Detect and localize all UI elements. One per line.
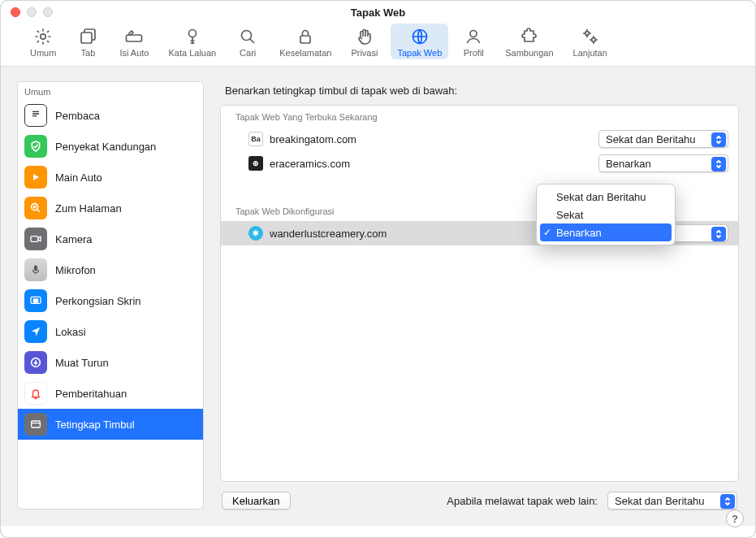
website-domain: breakingatom.com bbox=[270, 133, 598, 145]
tab-label: Lanjutan bbox=[573, 48, 607, 58]
permission-popup-button[interactable]: Sekat dan Beritahu bbox=[598, 130, 728, 148]
tab-label: Keselamatan bbox=[279, 48, 331, 58]
zoom-icon bbox=[24, 197, 47, 219]
sidebar-item-popups[interactable]: Tetingkap Timbul bbox=[18, 409, 203, 440]
popup-window-icon bbox=[24, 413, 47, 436]
shield-check-icon bbox=[24, 135, 47, 158]
play-icon bbox=[24, 166, 47, 189]
sidebar-section-header: Umum bbox=[18, 82, 203, 100]
search-icon bbox=[238, 27, 257, 46]
tab-passwords[interactable]: Kata Laluan bbox=[162, 24, 222, 59]
help-icon: ? bbox=[732, 513, 738, 525]
person-icon bbox=[464, 27, 483, 46]
sidebar-item-label: Pembaca bbox=[55, 110, 100, 122]
footer-bar: Keluarkan Apabila melawat tapak web lain… bbox=[220, 482, 739, 510]
tab-tabs[interactable]: Tab bbox=[69, 24, 106, 59]
bell-icon bbox=[24, 382, 47, 405]
menu-option-allow[interactable]: ✓ Benarkan bbox=[540, 223, 672, 241]
sidebar: Umum Pembaca Penyekat Kandungan Main Aut… bbox=[17, 81, 204, 510]
sidebar-item-page-zoom[interactable]: Zum Halaman bbox=[18, 193, 203, 223]
svg-point-0 bbox=[41, 34, 45, 39]
sidebar-item-camera[interactable]: Kamera bbox=[18, 223, 203, 254]
svg-point-7 bbox=[470, 31, 477, 37]
website-row[interactable]: ⊕ eraceramics.com Benarkan bbox=[221, 151, 738, 176]
globe-icon bbox=[410, 27, 430, 46]
svg-rect-14 bbox=[33, 299, 37, 302]
tab-general[interactable]: Umum bbox=[24, 24, 63, 59]
svg-point-3 bbox=[188, 30, 196, 37]
menu-option-label: Sekat bbox=[556, 209, 583, 221]
preferences-toolbar: Umum Tab Isi Auto Kata Laluan Cari Kesel… bbox=[1, 24, 755, 66]
default-permission-popup-button[interactable]: Sekat dan Beritahu bbox=[607, 492, 737, 510]
websites-list: Tapak Web Yang Terbuka Sekarang Ba break… bbox=[220, 105, 739, 482]
tab-search[interactable]: Cari bbox=[229, 24, 266, 59]
website-row[interactable]: Ba breakingatom.com Sekat dan Beritahu bbox=[221, 127, 738, 151]
help-button[interactable]: ? bbox=[726, 510, 744, 527]
tab-profiles[interactable]: Profil bbox=[455, 24, 492, 59]
sidebar-item-label: Muat Turun bbox=[55, 357, 109, 369]
sidebar-item-notifications[interactable]: Pemberitahuan bbox=[18, 378, 203, 409]
sidebar-item-label: Kamera bbox=[55, 233, 93, 245]
tab-security[interactable]: Keselamatan bbox=[273, 24, 338, 59]
site-favicon: ✱ bbox=[248, 226, 263, 241]
sidebar-item-label: Lokasi bbox=[55, 326, 86, 338]
permission-popup-button[interactable]: Benarkan bbox=[598, 154, 728, 172]
svg-point-4 bbox=[242, 31, 252, 41]
website-domain: eraceramics.com bbox=[270, 158, 598, 170]
key-icon bbox=[183, 27, 202, 46]
tab-label: Tab bbox=[81, 48, 96, 58]
sidebar-item-location[interactable]: Lokasi bbox=[18, 316, 203, 347]
sidebar-item-screen-sharing[interactable]: Perkongsian Skrin bbox=[18, 285, 203, 316]
sidebar-item-reader[interactable]: Pembaca bbox=[18, 100, 203, 131]
chevron-updown-icon bbox=[720, 494, 735, 509]
gears-icon bbox=[581, 27, 600, 46]
other-websites-label: Apabila melawat tapak web lain: bbox=[447, 495, 598, 507]
chevron-updown-icon bbox=[711, 132, 726, 147]
tab-advanced[interactable]: Lanjutan bbox=[567, 24, 614, 59]
remove-button[interactable]: Keluarkan bbox=[222, 492, 291, 510]
tab-label: Umum bbox=[30, 48, 56, 58]
tab-label: Tapak Web bbox=[397, 48, 442, 58]
svg-rect-16 bbox=[32, 421, 41, 427]
tab-autofill[interactable]: Isi Auto bbox=[113, 24, 155, 59]
chevron-updown-icon bbox=[711, 157, 726, 171]
hand-icon bbox=[355, 27, 374, 46]
svg-rect-5 bbox=[300, 36, 310, 43]
titlebar: Tapak Web bbox=[1, 1, 755, 24]
puzzle-icon bbox=[520, 27, 539, 46]
tab-label: Cari bbox=[240, 48, 256, 58]
sidebar-item-label: Main Auto bbox=[55, 171, 102, 184]
tab-websites[interactable]: Tapak Web bbox=[391, 24, 448, 59]
menu-option-block[interactable]: Sekat bbox=[540, 206, 672, 223]
sidebar-item-label: Tetingkap Timbul bbox=[55, 419, 135, 431]
sidebar-item-label: Penyekat Kandungan bbox=[55, 141, 156, 153]
sidebar-item-label: Zum Halaman bbox=[55, 202, 122, 215]
sidebar-item-autoplay[interactable]: Main Auto bbox=[18, 162, 203, 193]
download-icon bbox=[24, 351, 47, 374]
permission-value: Sekat dan Beritahu bbox=[606, 133, 696, 145]
sidebar-item-content-blockers[interactable]: Penyekat Kandungan bbox=[18, 131, 203, 162]
window-controls bbox=[11, 7, 53, 17]
close-window-button[interactable] bbox=[11, 7, 20, 17]
permission-dropdown-menu: Sekat dan Beritahu Sekat ✓ Benarkan bbox=[536, 184, 676, 245]
sidebar-item-microphone[interactable]: Mikrofon bbox=[18, 254, 203, 285]
main-panel: Benarkan tetingkap timbul di tapak web d… bbox=[220, 81, 739, 510]
zoom-window-button[interactable] bbox=[43, 7, 53, 17]
tab-extensions[interactable]: Sambungan bbox=[499, 24, 559, 59]
tab-label: Sambungan bbox=[505, 48, 553, 58]
menu-option-label: Sekat dan Beritahu bbox=[556, 191, 646, 203]
menu-option-block-notify[interactable]: Sekat dan Beritahu bbox=[540, 188, 672, 206]
svg-rect-2 bbox=[127, 35, 142, 41]
screen-share-icon bbox=[24, 289, 47, 312]
content-area: Umum Pembaca Penyekat Kandungan Main Aut… bbox=[1, 67, 755, 526]
sidebar-item-downloads[interactable]: Muat Turun bbox=[18, 347, 203, 378]
gear-icon bbox=[33, 27, 53, 46]
tabs-icon bbox=[78, 27, 97, 46]
default-permission-value: Sekat dan Beritahu bbox=[615, 495, 705, 507]
pencil-field-icon bbox=[124, 27, 144, 46]
tab-privacy[interactable]: Privasi bbox=[344, 24, 384, 59]
minimize-window-button[interactable] bbox=[27, 7, 37, 17]
microphone-icon bbox=[24, 258, 47, 281]
sidebar-item-label: Pemberitahuan bbox=[55, 388, 127, 400]
site-favicon: ⊕ bbox=[248, 156, 263, 171]
